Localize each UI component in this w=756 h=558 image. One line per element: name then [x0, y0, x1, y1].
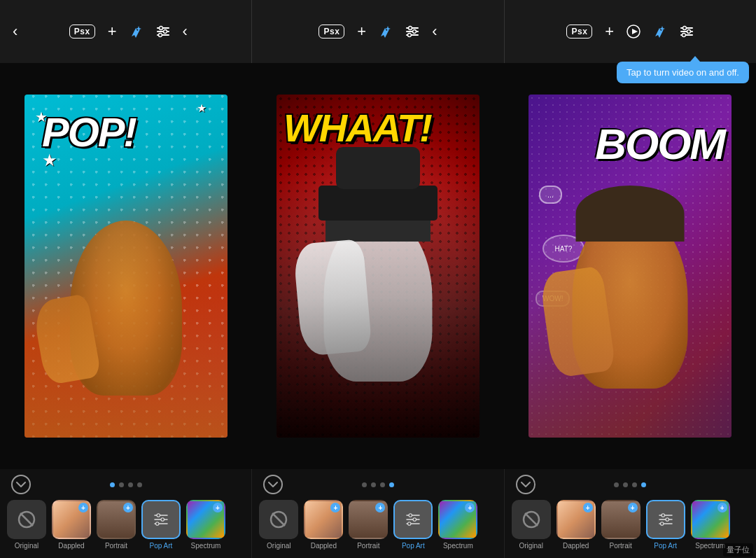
filter-label-original-1: Original [15, 542, 38, 550]
svg-line-21 [20, 513, 33, 526]
tune-button-1[interactable] [156, 25, 170, 38]
dot-2-3 [380, 482, 385, 487]
filter-portrait-1[interactable]: + Portrait [97, 500, 136, 550]
dot-1-4 [137, 482, 142, 487]
svg-line-37 [525, 513, 538, 526]
filter-label-portrait-1: Portrait [105, 542, 127, 550]
filter-portrait-2[interactable]: + Portrait [349, 500, 388, 550]
filter-thumb-portrait-1: + [97, 500, 136, 539]
bar1-left: ‹ [13, 22, 18, 41]
filter-spectrum-3[interactable]: + Spectrum [691, 500, 730, 550]
psx-badge-1: Psx [69, 25, 95, 39]
filter-label-dappled-1: Dappled [58, 542, 84, 550]
svg-point-17 [683, 27, 687, 30]
svg-point-3 [159, 27, 162, 30]
magic-button-1[interactable] [130, 25, 144, 39]
filter-label-dappled-2: Dappled [311, 542, 337, 550]
filter-original-1[interactable]: Original [7, 500, 46, 550]
filter-strip-3: Original + Dappled + Portrait [505, 497, 756, 554]
close-button-2[interactable]: ‹ [432, 22, 437, 41]
dot-indicators-2 [362, 482, 394, 487]
magic-button-3[interactable] [653, 25, 667, 39]
dot-1-3 [128, 482, 133, 487]
top-bar-1: ‹ Psx + ‹ [0, 0, 252, 63]
photo-card-3[interactable]: BOOM ... HAT? WOW! [528, 95, 732, 438]
svg-point-11 [408, 34, 412, 37]
filter-badge-spectrum-3: + [718, 503, 727, 512]
add-button-2[interactable]: + [357, 22, 366, 41]
panel-2: WHAAT! [252, 63, 504, 469]
bar2-center: Psx + ‹ [318, 22, 437, 41]
dot-3-3 [632, 482, 637, 487]
close-button-1[interactable]: ‹ [183, 22, 188, 41]
filter-dappled-2[interactable]: + Dappled [304, 500, 343, 550]
svg-point-25 [157, 514, 160, 517]
dot-1-1 [110, 482, 115, 487]
bottom-panel-2: Original + Dappled + Portrait [252, 469, 504, 558]
back-button-1[interactable]: ‹ [13, 22, 18, 41]
filter-popart-3[interactable]: Pop Art [646, 500, 685, 550]
bottom-area: Original + Dappled + Portrait [0, 469, 756, 558]
svg-point-26 [161, 518, 164, 522]
dot-2-1 [362, 482, 367, 487]
filter-thumb-popart-3 [646, 500, 685, 539]
dot-3-4 [641, 482, 646, 487]
svg-point-19 [682, 34, 686, 37]
filter-strip-1: Original + Dappled + Portrait [0, 497, 251, 554]
bottom-panel-1: Original + Dappled + Portrait [0, 469, 252, 558]
chevron-down-3[interactable] [516, 475, 536, 494]
filter-label-portrait-3: Portrait [610, 542, 632, 550]
svg-point-43 [660, 522, 664, 526]
filter-dappled-3[interactable]: + Dappled [556, 500, 596, 550]
filter-dappled-1[interactable]: + Dappled [52, 500, 91, 550]
chevron-down-1[interactable] [11, 475, 31, 494]
filter-label-original-3: Original [519, 542, 542, 550]
photo-card-2[interactable]: WHAAT! [276, 95, 479, 438]
bottom-controls-3 [505, 469, 756, 497]
filter-original-2[interactable]: Original [259, 500, 298, 550]
filter-portrait-3[interactable]: + Portrait [601, 500, 640, 550]
filter-thumb-dappled-3: + [556, 500, 596, 539]
filter-label-original-2: Original [267, 542, 290, 550]
add-button-3[interactable]: + [605, 22, 614, 41]
top-bar-2: Psx + ‹ [252, 0, 504, 63]
dot-2-2 [371, 482, 376, 487]
psx-badge-3: Psx [566, 25, 592, 39]
chevron-down-2[interactable] [263, 475, 283, 494]
svg-point-4 [163, 30, 167, 34]
filter-popart-2[interactable]: Pop Art [393, 500, 433, 550]
dot-3-2 [623, 482, 628, 487]
filter-popart-1[interactable]: Pop Art [141, 500, 181, 550]
filter-original-3[interactable]: Original [512, 500, 551, 550]
bar1-center: Psx + ‹ [69, 22, 188, 41]
tune-button-2[interactable] [405, 25, 419, 38]
dot-1-2 [119, 482, 124, 487]
filter-label-portrait-2: Portrait [357, 542, 379, 550]
add-button-1[interactable]: + [108, 22, 117, 41]
filter-label-spectrum-1: Spectrum [191, 542, 221, 550]
filter-badge-dappled-3: + [583, 503, 593, 512]
dot-2-4 [389, 482, 394, 487]
svg-point-5 [158, 34, 162, 37]
filter-thumb-spectrum-2: + [438, 500, 477, 539]
filter-thumb-spectrum-1: + [186, 500, 225, 539]
filter-spectrum-1[interactable]: + Spectrum [186, 500, 225, 550]
filter-thumb-original-2 [259, 500, 298, 539]
filter-thumb-portrait-3: + [601, 500, 640, 539]
psx-badge-2: Psx [318, 25, 344, 39]
filter-label-popart-1: Pop Art [150, 542, 173, 550]
svg-point-27 [156, 522, 160, 526]
svg-point-9 [409, 27, 412, 30]
filter-label-spectrum-2: Spectrum [443, 542, 473, 550]
tune-button-3[interactable] [680, 25, 694, 38]
filter-spectrum-2[interactable]: + Spectrum [438, 500, 477, 550]
filter-thumb-popart-2 [393, 500, 433, 539]
filter-thumb-popart-1 [141, 500, 181, 539]
play-button-3[interactable] [626, 25, 640, 39]
photo-card-1[interactable]: ★ ★ ★ POP! [24, 95, 227, 438]
filter-thumb-dappled-2: + [304, 500, 343, 539]
filter-badge-portrait-1: + [123, 503, 133, 512]
top-bar-3: Psx + [505, 0, 756, 63]
dot-indicators-3 [614, 482, 646, 487]
magic-button-2[interactable] [379, 25, 393, 39]
